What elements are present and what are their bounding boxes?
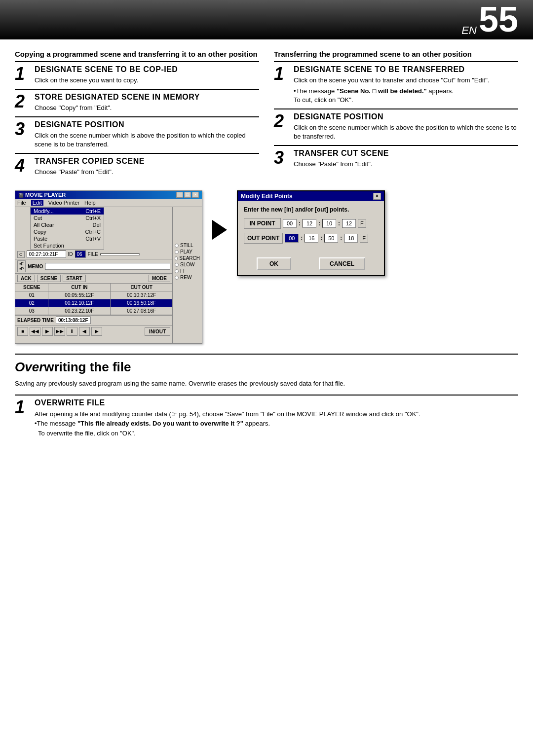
menu-file[interactable]: File <box>17 200 26 206</box>
radio-still[interactable]: STILL <box>175 243 200 248</box>
right-step-3-heading: TRANSFER CUT SCENE <box>294 149 518 158</box>
radio-play[interactable]: PLAY <box>175 249 200 254</box>
cancel-button[interactable]: CANCEL <box>319 257 365 270</box>
out-point-field-0[interactable]: 00 <box>285 234 299 243</box>
left-step-1-content: DESIGNATE SCENE TO BE COP-IED Click on t… <box>35 65 259 85</box>
rew-btn[interactable]: ◀◀ <box>30 327 40 336</box>
win-close-btn[interactable]: × <box>192 192 199 198</box>
in-point-row: IN POINT 00 : 12 : 10 : 12 F <box>244 218 378 229</box>
right-arrow-icon <box>212 220 227 240</box>
menu-item-paste[interactable]: PasteCtrl+V <box>31 235 104 242</box>
radio-ff[interactable]: FF <box>175 268 200 274</box>
table-row-2[interactable]: 02 00:12:10:12F 00:16:50:18F <box>15 299 172 307</box>
file-input[interactable] <box>100 253 140 255</box>
in-point-field-1[interactable]: 12 <box>303 219 316 228</box>
right-step-3: 3 TRANSFER CUT SCENE Choose "Paste" from… <box>274 145 518 169</box>
stop-btn[interactable]: ■ <box>17 327 28 336</box>
table-row-3[interactable]: 03 00:23:22:10F 00:27:08:16F <box>15 307 172 315</box>
menu-help[interactable]: Help <box>84 200 96 206</box>
win-body-with-dropdown: Modify...Ctrl+E CutCtrl+X All ClearDel C… <box>15 207 202 343</box>
radio-search-circle <box>175 256 178 260</box>
elapsed-row: ELAPSED TIME 00:13:08:12F <box>15 315 172 325</box>
menu-item-cut[interactable]: CutCtrl+X <box>31 215 104 221</box>
menu-item-modify[interactable]: Modify...Ctrl+E <box>31 208 104 215</box>
transport-controls: ■ ◀◀ ▶ ▶▶ ⏸ ◀ ▶ IN/OUT <box>15 325 172 337</box>
right-section-title: Transferring the programmed scene to an … <box>274 49 518 59</box>
left-step-3-heading: DESIGNATE POSITION <box>35 120 259 129</box>
elapsed-label: ELAPSED TIME <box>17 318 54 323</box>
in-point-field-3[interactable]: 12 <box>342 219 356 228</box>
fp-button[interactable]: ▪F▪P <box>17 260 26 272</box>
left-step-4-heading: TRANSFER COPIED SCENE <box>35 157 259 166</box>
playback-label: C <box>17 251 25 258</box>
arrow-container <box>212 190 227 240</box>
radio-still-label: STILL <box>180 243 193 248</box>
col-cut-in: CUT IN <box>48 284 111 291</box>
play-btn[interactable]: ▶ <box>42 327 53 336</box>
out-point-field-1[interactable]: 16 <box>305 234 318 243</box>
right-column: Transferring the programmed scene to an … <box>274 49 518 180</box>
step-back-btn[interactable]: ◀ <box>79 327 90 336</box>
ff-btn[interactable]: ▶▶ <box>54 327 65 336</box>
pause-btn[interactable]: ⏸ <box>67 327 77 336</box>
radio-rew[interactable]: REW <box>175 275 200 280</box>
counter-display: 00:27:10:21F <box>27 251 66 258</box>
step-fwd-btn[interactable]: ▶ <box>91 327 102 336</box>
elapsed-value: 00:13:08:12F <box>56 317 91 324</box>
menu-item-copy[interactable]: CopyCtrl+C <box>31 228 104 235</box>
edit-dropdown-menu: Modify...Ctrl+E CutCtrl+X All ClearDel C… <box>30 207 104 250</box>
row2-cut-out: 00:16:50:18F <box>111 299 172 307</box>
scene-btn[interactable]: SCENE <box>37 275 61 282</box>
left-step-3-content: DESIGNATE POSITION Click on the scene nu… <box>35 120 259 149</box>
memo-label: MEMO <box>28 264 43 269</box>
dialog-close-btn[interactable]: × <box>373 193 381 200</box>
row2-cut-in: 00:12:10:12F <box>48 299 111 307</box>
memo-input[interactable] <box>45 263 170 270</box>
ok-button[interactable]: OK <box>257 257 291 270</box>
dialog-content: Enter the new [in] and/or [out] points. … <box>238 201 384 252</box>
row3-cut-out: 00:27:08:16F <box>111 307 172 315</box>
overwrite-title: Overwriting the file <box>15 360 518 375</box>
menu-edit[interactable]: Edit <box>31 200 43 206</box>
in-point-label: IN POINT <box>244 218 281 229</box>
row1-cut-out: 00:10:37:12F <box>111 291 172 299</box>
table-header-row: SCENE CUT IN CUT OUT <box>15 284 172 291</box>
right-step-3-num: 3 <box>274 149 290 167</box>
two-col-instructions: Copying a programmed scene and transferr… <box>15 49 518 180</box>
movie-player-window: 🎬 MOVIE PLAYER _ □ × File Edit Video Pri… <box>15 190 202 344</box>
left-step-4-num: 4 <box>15 157 31 175</box>
inout-btn[interactable]: IN/OUT <box>145 327 170 336</box>
radio-slow[interactable]: SLOW <box>175 262 200 267</box>
menu-item-all-clear[interactable]: All ClearDel <box>31 221 104 228</box>
header-bar: EN 55 <box>0 0 533 39</box>
win-title: 🎬 MOVIE PLAYER <box>18 192 66 198</box>
win-maximize-btn[interactable]: □ <box>184 192 191 198</box>
radio-rew-circle <box>175 276 179 280</box>
dialog-subtitle: Enter the new [in] and/or [out] points. <box>244 206 378 213</box>
left-step-4: 4 TRANSFER COPIED SCENE Choose "Paste" f… <box>15 153 259 177</box>
in-point-letter: F <box>358 219 366 228</box>
radio-ff-circle <box>175 269 179 273</box>
win-side-panel: STILL PLAY SEARCH SLOW <box>172 207 202 343</box>
right-step-2-num: 2 <box>274 112 290 130</box>
section-divider <box>15 354 518 355</box>
in-point-field-2[interactable]: 10 <box>322 219 336 228</box>
table-row-1[interactable]: 01 00:05:55:12F 00:10:37:12F <box>15 291 172 299</box>
out-point-field-2[interactable]: 50 <box>324 234 338 243</box>
radio-ff-label: FF <box>180 268 186 274</box>
overwrite-step-1-content: OVERWRITE FILE After opening a file and … <box>35 398 518 438</box>
left-step-4-content: TRANSFER COPIED SCENE Choose "Paste" fro… <box>35 157 259 177</box>
right-step-1-content: DESIGNATE SCENE TO BE TRANSFERRED Click … <box>294 65 518 105</box>
radio-search-label: SEARCH <box>179 255 200 261</box>
right-step-2-heading: DESIGNATE POSITION <box>294 112 518 121</box>
scene-play-bar: ACK SCENE START MODE <box>15 274 172 284</box>
out-point-field-3[interactable]: 18 <box>344 234 358 243</box>
win-minimize-btn[interactable]: _ <box>176 192 183 198</box>
radio-search[interactable]: SEARCH <box>175 255 200 261</box>
menu-item-set-function[interactable]: Set Function <box>31 242 104 249</box>
left-step-3-text: Click on the scene number which is above… <box>35 131 259 149</box>
start-btn[interactable]: START <box>63 275 86 282</box>
in-point-field-0[interactable]: 00 <box>283 219 297 228</box>
menu-video-printer[interactable]: Video Printer <box>48 200 79 206</box>
win-bottom-pad <box>15 337 172 343</box>
